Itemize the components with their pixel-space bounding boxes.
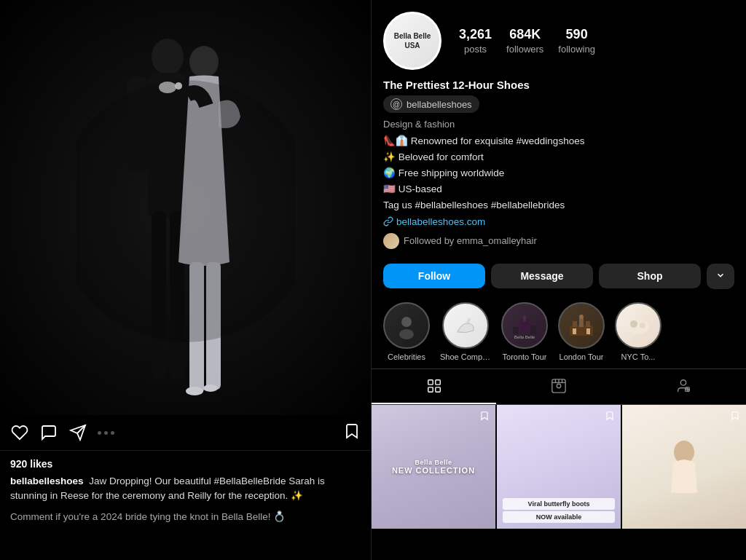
svg-point-10: [186, 387, 203, 395]
highlight-label-london: London Tour: [560, 352, 604, 361]
svg-rect-36: [435, 387, 439, 391]
svg-rect-28: [573, 328, 576, 334]
profile-stats: 3,261 posts 684K followers 590 following: [459, 27, 734, 55]
svg-point-31: [630, 320, 637, 328]
comment-button[interactable]: [39, 423, 58, 442]
svg-point-13: [76, 80, 295, 342]
threads-badge[interactable]: @ bellabelleshoes: [383, 95, 479, 113]
follow-button[interactable]: Follow: [383, 264, 485, 288]
highlight-circle-celebrities: [383, 302, 430, 349]
message-button[interactable]: Message: [491, 264, 593, 288]
svg-point-43: [681, 379, 686, 384]
svg-point-0: [152, 39, 184, 75]
post-username[interactable]: bellabelleshoes: [10, 476, 84, 486]
followers-stat: 684K followers: [506, 27, 543, 55]
threads-handle: bellabelleshoes: [407, 99, 472, 110]
followers-label: followers: [506, 44, 543, 55]
share-button[interactable]: [68, 423, 87, 442]
highlight-london[interactable]: London Tour: [558, 302, 605, 361]
left-panel: 920 likes bellabelleshoes Jaw Dropping! …: [0, 0, 372, 560]
posts-label: posts: [464, 44, 487, 55]
more-options[interactable]: [98, 431, 114, 435]
svg-point-7: [189, 46, 219, 78]
following-value: 590: [566, 27, 588, 42]
svg-rect-19: [523, 315, 526, 321]
highlight-nyc[interactable]: NYC To...: [615, 302, 661, 361]
svg-rect-24: [573, 321, 577, 327]
profile-info: The Prettiest 12-Hour Shoes @ bellabelle…: [372, 79, 746, 256]
svg-point-38: [557, 384, 561, 388]
bio-line-2: ✨ Beloved for comfort: [383, 150, 734, 165]
highlight-circle-toronto: Bella Belle: [501, 302, 548, 349]
bio-line-1: 👠👔 Renowned for exquisite #weddingshoes: [383, 134, 734, 149]
posts-grid: Bella Belle NEW COLLECTION Viral butterf…: [372, 405, 746, 560]
svg-point-16: [401, 317, 412, 327]
post-content: 920 likes bellabelleshoes Jaw Dropping! …: [0, 451, 371, 560]
comment-prompt: Comment if you're a 2024 bride tying the…: [10, 510, 361, 524]
website-url: bellabelleshoes.com: [396, 216, 485, 227]
tab-bar: [372, 368, 746, 405]
highlight-circle-shoe: [442, 302, 489, 349]
svg-rect-33: [428, 379, 432, 384]
tab-grid[interactable]: [372, 369, 496, 404]
profile-display-name: The Prettiest 12-Hour Shoes: [383, 79, 734, 91]
profile-header: Bella BelleUSA 3,261 posts 684K follower…: [372, 0, 746, 79]
svg-rect-21: [530, 326, 536, 334]
action-buttons: Follow Message Shop: [372, 256, 746, 296]
bio-line-3: 🌍 Free shipping worldwide: [383, 166, 734, 181]
more-options-button[interactable]: [707, 264, 734, 289]
grid-post-3[interactable]: [622, 405, 746, 529]
highlight-toronto[interactable]: Bella Belle Toronto Tour: [501, 302, 548, 361]
svg-rect-35: [428, 387, 432, 391]
highlight-shoe[interactable]: Shoe Compari...: [440, 302, 491, 361]
svg-point-17: [399, 329, 414, 339]
highlights-row: Celebrities Shoe Compari... Bella Belle: [372, 296, 746, 368]
save-button[interactable]: [343, 422, 361, 443]
svg-rect-34: [435, 379, 439, 384]
highlight-label-toronto: Toronto Tour: [503, 352, 547, 361]
posts-stat: 3,261 posts: [459, 27, 492, 55]
highlight-circle-nyc: [615, 302, 661, 349]
svg-rect-20: [513, 327, 519, 334]
right-panel: Bella BelleUSA 3,261 posts 684K follower…: [372, 0, 746, 560]
caption: bellabelleshoes Jaw Dropping! Our beauti…: [10, 474, 361, 504]
bio-line-5: Tag us #bellabelleshoes #bellabellebride…: [383, 198, 734, 213]
followers-value: 684K: [509, 27, 541, 42]
highlight-label-nyc: NYC To...: [621, 352, 656, 361]
post-actions: [0, 415, 371, 451]
threads-icon: @: [390, 98, 402, 110]
following-stat: 590 following: [558, 27, 595, 55]
svg-rect-18: [520, 320, 529, 333]
svg-point-32: [640, 323, 645, 328]
followed-by: Followed by emma_omalleyhair: [383, 233, 734, 249]
shop-button[interactable]: Shop: [599, 264, 701, 288]
website-link[interactable]: bellabelleshoes.com: [383, 216, 734, 227]
svg-point-11: [203, 384, 218, 392]
post-image: [0, 0, 371, 415]
svg-rect-29: [586, 328, 590, 334]
following-label: following: [558, 44, 595, 55]
svg-text:Bella Belle: Bella Belle: [514, 335, 535, 339]
follower-avatar: [383, 233, 399, 249]
tab-tagged[interactable]: [621, 369, 746, 404]
highlight-label-shoe: Shoe Compari...: [440, 352, 491, 361]
svg-rect-26: [579, 318, 584, 327]
heart-button[interactable]: [10, 423, 29, 442]
svg-point-27: [579, 315, 584, 319]
likes-count: 920 likes: [10, 458, 361, 470]
followed-by-text: Followed by emma_omalleyhair: [404, 235, 537, 246]
grid-post-1[interactable]: Bella Belle NEW COLLECTION: [372, 405, 495, 529]
svg-point-30: [627, 320, 649, 334]
tab-reels[interactable]: [496, 369, 621, 404]
grid-post-2[interactable]: Viral butterfly boots NOW available: [497, 405, 621, 529]
category-label: Design & fashion: [383, 119, 734, 130]
posts-value: 3,261: [459, 27, 492, 42]
svg-rect-25: [586, 321, 590, 327]
bio-line-4: 🇺🇸 US-based: [383, 182, 734, 197]
avatar[interactable]: Bella BelleUSA: [383, 12, 441, 70]
highlight-label-celebrities: Celebrities: [388, 352, 425, 361]
highlight-celebrities[interactable]: Celebrities: [383, 302, 430, 361]
highlight-circle-london: [558, 302, 605, 349]
